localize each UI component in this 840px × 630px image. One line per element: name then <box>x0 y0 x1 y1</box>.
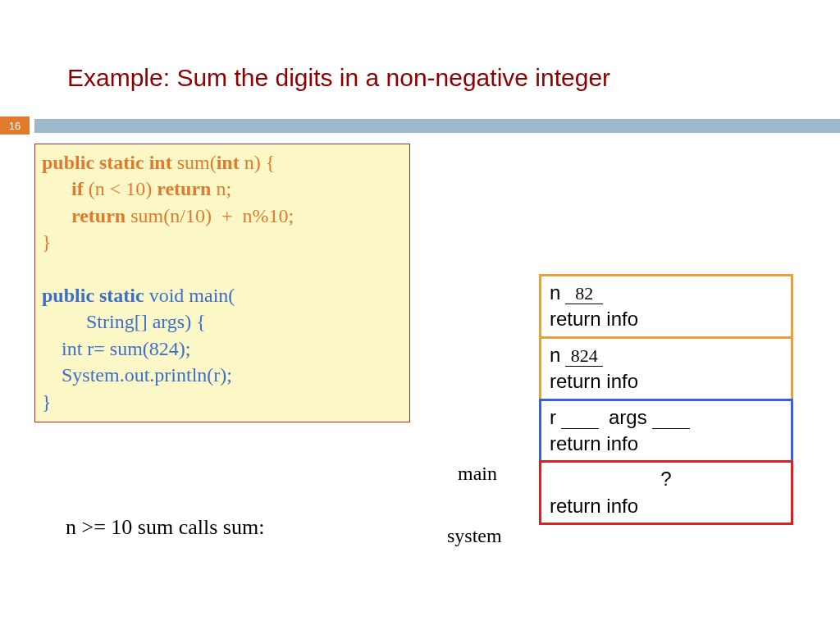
code-line-4: } <box>42 229 403 255</box>
stack-frame-sum-82: n 82 return info <box>539 274 793 339</box>
stack-frame-main: r args return info <box>539 399 793 463</box>
code-line-m2: String[] args) { <box>42 308 403 335</box>
code-line-m5: } <box>42 389 403 415</box>
code-line-1: public static int sum(int n) { <box>42 149 403 176</box>
label-system: system <box>447 525 502 547</box>
label-main: main <box>458 463 497 485</box>
code-line-m1: public static void main( <box>42 282 403 308</box>
call-stack: n 82 return info n 824 return info r arg… <box>539 276 793 525</box>
frame-val-82: 82 <box>565 285 603 304</box>
frame-var-n: n <box>550 342 560 368</box>
frame-var-r: r <box>550 404 556 431</box>
slide-title: Example: Sum the digits in a non-negativ… <box>67 64 610 92</box>
code-line-2: if (n < 10) return n; <box>42 176 403 202</box>
ribbon-bar <box>34 119 840 133</box>
code-line-m3: int r= sum(824); <box>42 336 403 362</box>
frame-question: ? <box>550 466 783 492</box>
frame-return-info: return info <box>550 431 783 457</box>
frame-val-824: 824 <box>565 347 603 367</box>
page-number-tab: 16 <box>0 116 30 135</box>
annotation-text: n >= 10 sum calls sum: <box>66 515 264 540</box>
frame-return-info: return info <box>550 306 783 332</box>
frame-return-info: return info <box>550 368 783 395</box>
header-ribbon: 16 <box>0 116 840 135</box>
code-box: public static int sum(int n) { if (n < 1… <box>34 144 410 422</box>
code-line-m4: System.out.println(r); <box>42 362 403 388</box>
stack-frame-system: ? return info <box>539 460 793 525</box>
frame-var-n: n <box>550 280 560 306</box>
code-blank <box>42 256 403 282</box>
code-line-3: return sum(n/10) + n%10; <box>42 203 403 229</box>
frame-val-r <box>561 409 599 429</box>
frame-return-info: return info <box>550 493 783 519</box>
frame-var-args: args <box>609 404 647 431</box>
frame-val-args <box>652 409 690 429</box>
stack-frame-sum-824: n 824 return info <box>539 336 793 401</box>
